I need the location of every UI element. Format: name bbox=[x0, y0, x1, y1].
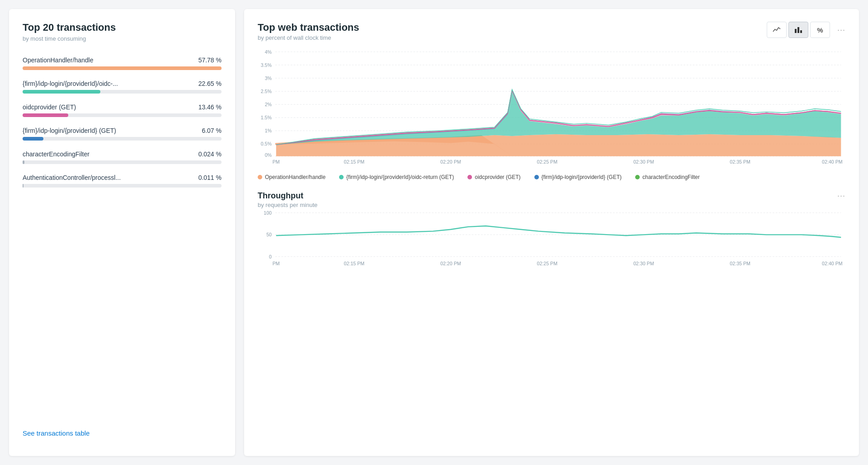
transaction-item: {firm}/idp-login/{providerId}/oidc-... 2… bbox=[23, 80, 222, 94]
bar-fill bbox=[23, 184, 24, 188]
svg-rect-2 bbox=[800, 30, 802, 33]
throughput-title-block: Throughput by requests per minute bbox=[258, 191, 317, 208]
svg-text:1.5%: 1.5% bbox=[261, 115, 272, 120]
transaction-name: {firm}/idp-login/{providerId}/oidc-... bbox=[23, 80, 118, 87]
legend-label: oidcprovider (GET) bbox=[475, 174, 520, 180]
bar-fill bbox=[23, 160, 24, 164]
see-transactions-link[interactable]: See transactions table bbox=[23, 429, 90, 437]
transaction-pct: 22.65 % bbox=[198, 80, 222, 87]
svg-text:02:15 PM: 02:15 PM bbox=[344, 159, 365, 164]
chart-title-block: Top web transactions by percent of wall … bbox=[258, 22, 359, 41]
legend-dot bbox=[635, 175, 640, 179]
svg-text:0%: 0% bbox=[265, 152, 272, 158]
throughput-subtitle: by requests per minute bbox=[258, 202, 317, 208]
svg-text:0.5%: 0.5% bbox=[261, 141, 272, 146]
throughput-section: Throughput by requests per minute ··· 10… bbox=[258, 191, 845, 273]
legend-label: characterEncodingFilter bbox=[642, 174, 700, 180]
chart-title: Top web transactions bbox=[258, 22, 359, 33]
bar-track bbox=[23, 137, 222, 141]
svg-text:100: 100 bbox=[264, 210, 272, 216]
bar-fill bbox=[23, 137, 43, 141]
left-panel: Top 20 transactions by most time consumi… bbox=[9, 9, 235, 456]
throughput-more-btn[interactable]: ··· bbox=[837, 191, 845, 201]
svg-text:PM: PM bbox=[273, 159, 280, 164]
svg-text:2%: 2% bbox=[265, 102, 272, 107]
svg-text:1%: 1% bbox=[265, 128, 272, 133]
svg-text:02:15 PM: 02:15 PM bbox=[344, 261, 365, 266]
svg-rect-0 bbox=[795, 29, 797, 33]
transaction-item: characterEncodingFilter 0.024 % bbox=[23, 150, 222, 164]
more-options-btn[interactable]: ··· bbox=[837, 25, 845, 35]
transaction-pct: 6.07 % bbox=[202, 127, 222, 134]
bar-fill bbox=[23, 113, 68, 117]
legend-item: {firm}/idp-login/{providerId} (GET) bbox=[534, 174, 622, 180]
transaction-pct: 57.78 % bbox=[198, 56, 222, 64]
transaction-header: characterEncodingFilter 0.024 % bbox=[23, 150, 222, 158]
legend-item: {firm}/idp-login/{providerId}/oidc-retur… bbox=[339, 174, 454, 180]
transaction-item: oidcprovider (GET) 13.46 % bbox=[23, 103, 222, 117]
bar-track bbox=[23, 160, 222, 164]
svg-text:2.5%: 2.5% bbox=[261, 89, 272, 94]
line-chart-btn[interactable] bbox=[767, 22, 787, 38]
main-chart-area: 4% 3.5% 3% 2.5% 2% 1.5% 1% 0.5% 0% bbox=[258, 46, 845, 169]
svg-text:02:20 PM: 02:20 PM bbox=[440, 159, 461, 164]
throughput-title: Throughput bbox=[258, 191, 317, 201]
svg-text:02:40 PM: 02:40 PM bbox=[822, 159, 843, 164]
legend-item: oidcprovider (GET) bbox=[467, 174, 520, 180]
transaction-header: OperationHandler/handle 57.78 % bbox=[23, 56, 222, 64]
svg-text:3%: 3% bbox=[265, 75, 272, 81]
legend-dot bbox=[467, 175, 472, 179]
transaction-item: OperationHandler/handle 57.78 % bbox=[23, 56, 222, 70]
chart-subtitle: by percent of wall clock time bbox=[258, 34, 359, 41]
transaction-name: characterEncodingFilter bbox=[23, 150, 90, 158]
left-panel-title: Top 20 transactions bbox=[23, 22, 222, 33]
transaction-pct: 13.46 % bbox=[198, 103, 222, 111]
legend-label: {firm}/idp-login/{providerId} (GET) bbox=[542, 174, 622, 180]
transaction-header: {firm}/idp-login/{providerId}/oidc-... 2… bbox=[23, 80, 222, 87]
legend-label: OperationHandler/handle bbox=[265, 174, 326, 180]
svg-text:02:35 PM: 02:35 PM bbox=[730, 261, 750, 266]
main-chart-svg: 4% 3.5% 3% 2.5% 2% 1.5% 1% 0.5% 0% bbox=[258, 46, 845, 168]
transactions-list: OperationHandler/handle 57.78 % {firm}/i… bbox=[23, 56, 222, 188]
bar-track bbox=[23, 113, 222, 117]
legend-dot bbox=[339, 175, 344, 179]
transaction-pct: 0.011 % bbox=[198, 174, 222, 181]
legend-dot bbox=[534, 175, 539, 179]
legend-item: characterEncodingFilter bbox=[635, 174, 700, 180]
right-panel: Top web transactions by percent of wall … bbox=[244, 9, 859, 456]
percent-btn[interactable]: % bbox=[810, 22, 830, 38]
bar-fill bbox=[23, 90, 100, 94]
transaction-header: oidcprovider (GET) 13.46 % bbox=[23, 103, 222, 111]
transaction-header: AuthenticationController/processl... 0.0… bbox=[23, 174, 222, 181]
bar-chart-btn[interactable] bbox=[788, 22, 808, 38]
legend-label: {firm}/idp-login/{providerId}/oidc-retur… bbox=[346, 174, 454, 180]
chart-controls: % bbox=[767, 22, 830, 38]
legend-dot bbox=[258, 175, 262, 179]
svg-text:02:30 PM: 02:30 PM bbox=[633, 159, 654, 164]
throughput-header: Throughput by requests per minute ··· bbox=[258, 191, 845, 208]
bar-track bbox=[23, 66, 222, 70]
svg-text:02:25 PM: 02:25 PM bbox=[537, 159, 557, 164]
transaction-name: {firm}/idp-login/{providerId} (GET) bbox=[23, 127, 116, 134]
transaction-name: OperationHandler/handle bbox=[23, 56, 93, 64]
throughput-chart-svg: 100 50 0 PM 02:15 PM 02:20 PM 02:25 PM 0… bbox=[258, 208, 845, 272]
percent-icon: % bbox=[817, 26, 823, 34]
svg-text:02:40 PM: 02:40 PM bbox=[822, 261, 843, 266]
bar-fill bbox=[23, 66, 222, 70]
transaction-name: AuthenticationController/processl... bbox=[23, 174, 121, 181]
transaction-item: AuthenticationController/processl... 0.0… bbox=[23, 174, 222, 188]
svg-text:02:30 PM: 02:30 PM bbox=[633, 261, 654, 266]
right-panel-header: Top web transactions by percent of wall … bbox=[258, 22, 845, 41]
transaction-name: oidcprovider (GET) bbox=[23, 103, 76, 111]
transaction-header: {firm}/idp-login/{providerId} (GET) 6.07… bbox=[23, 127, 222, 134]
svg-text:02:20 PM: 02:20 PM bbox=[440, 261, 461, 266]
svg-text:PM: PM bbox=[273, 261, 280, 266]
svg-text:50: 50 bbox=[266, 232, 272, 237]
svg-text:02:35 PM: 02:35 PM bbox=[730, 159, 750, 164]
svg-text:3.5%: 3.5% bbox=[261, 62, 272, 68]
main-container: Top 20 transactions by most time consumi… bbox=[0, 0, 868, 465]
svg-rect-1 bbox=[797, 27, 799, 33]
chart-legend: OperationHandler/handle {firm}/idp-login… bbox=[258, 174, 845, 180]
left-panel-subtitle: by most time consuming bbox=[23, 35, 222, 42]
svg-text:4%: 4% bbox=[265, 49, 272, 55]
